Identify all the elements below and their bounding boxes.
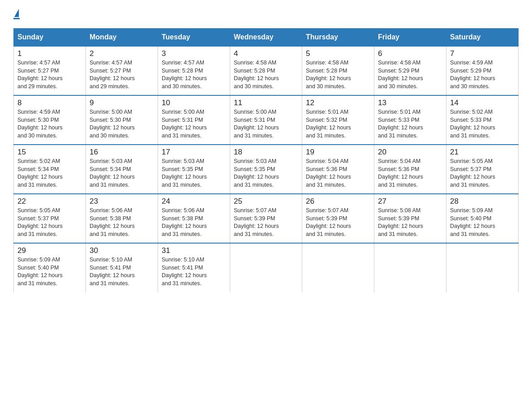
day-number: 1: [17, 49, 82, 58]
day-info: Sunrise: 5:05 AM Sunset: 5:37 PM Dayligh…: [450, 158, 515, 189]
day-cell-11: 11 Sunrise: 5:00 AM Sunset: 5:31 PM Dayl…: [230, 95, 302, 145]
day-cell-5: 5 Sunrise: 4:58 AM Sunset: 5:28 PM Dayli…: [302, 46, 374, 95]
day-cell-14: 14 Sunrise: 5:02 AM Sunset: 5:33 PM Dayl…: [446, 95, 519, 145]
day-cell-12: 12 Sunrise: 5:01 AM Sunset: 5:32 PM Dayl…: [302, 95, 374, 145]
day-info: Sunrise: 5:09 AM Sunset: 5:40 PM Dayligh…: [450, 207, 515, 238]
week-row-5: 29 Sunrise: 5:09 AM Sunset: 5:40 PM Dayl…: [14, 243, 519, 292]
day-info: Sunrise: 5:10 AM Sunset: 5:41 PM Dayligh…: [90, 256, 154, 287]
day-info: Sunrise: 4:59 AM Sunset: 5:29 PM Dayligh…: [450, 59, 515, 90]
day-number: 25: [234, 197, 298, 206]
day-cell-28: 28 Sunrise: 5:09 AM Sunset: 5:40 PM Dayl…: [446, 194, 519, 243]
day-cell-6: 6 Sunrise: 4:58 AM Sunset: 5:29 PM Dayli…: [374, 46, 446, 95]
day-number: 29: [17, 246, 82, 255]
day-info: Sunrise: 5:08 AM Sunset: 5:39 PM Dayligh…: [378, 207, 442, 238]
day-info: Sunrise: 4:57 AM Sunset: 5:27 PM Dayligh…: [90, 59, 154, 90]
day-number: 16: [90, 148, 154, 157]
day-cell-17: 17 Sunrise: 5:03 AM Sunset: 5:35 PM Dayl…: [158, 145, 230, 194]
day-info: Sunrise: 5:01 AM Sunset: 5:32 PM Dayligh…: [306, 108, 370, 140]
day-number: 10: [162, 98, 226, 107]
day-info: Sunrise: 5:07 AM Sunset: 5:39 PM Dayligh…: [306, 207, 370, 238]
header-thursday: Thursday: [302, 29, 374, 47]
day-number: 13: [378, 98, 442, 107]
day-info: Sunrise: 5:02 AM Sunset: 5:34 PM Dayligh…: [17, 158, 82, 189]
day-info: Sunrise: 5:04 AM Sunset: 5:36 PM Dayligh…: [378, 158, 442, 189]
day-number: 14: [450, 98, 515, 107]
day-info: Sunrise: 5:00 AM Sunset: 5:31 PM Dayligh…: [162, 108, 226, 140]
day-cell-18: 18 Sunrise: 5:03 AM Sunset: 5:35 PM Dayl…: [230, 145, 302, 194]
day-cell-23: 23 Sunrise: 5:06 AM Sunset: 5:38 PM Dayl…: [86, 194, 158, 243]
week-row-3: 15 Sunrise: 5:02 AM Sunset: 5:34 PM Dayl…: [14, 145, 519, 194]
day-cell-16: 16 Sunrise: 5:03 AM Sunset: 5:34 PM Dayl…: [86, 145, 158, 194]
day-cell-8: 8 Sunrise: 4:59 AM Sunset: 5:30 PM Dayli…: [14, 95, 86, 145]
header-wednesday: Wednesday: [230, 29, 302, 47]
day-cell-2: 2 Sunrise: 4:57 AM Sunset: 5:27 PM Dayli…: [86, 46, 158, 95]
day-cell-27: 27 Sunrise: 5:08 AM Sunset: 5:39 PM Dayl…: [374, 194, 446, 243]
day-number: 5: [306, 49, 370, 58]
logo-triangle-icon: [14, 9, 19, 17]
day-cell-10: 10 Sunrise: 5:00 AM Sunset: 5:31 PM Dayl…: [158, 95, 230, 145]
day-info: Sunrise: 5:06 AM Sunset: 5:38 PM Dayligh…: [90, 207, 154, 238]
day-cell-19: 19 Sunrise: 5:04 AM Sunset: 5:36 PM Dayl…: [302, 145, 374, 194]
day-number: 12: [306, 98, 370, 107]
day-number: 17: [162, 148, 226, 157]
header-saturday: Saturday: [446, 29, 519, 47]
day-cell-4: 4 Sunrise: 4:58 AM Sunset: 5:28 PM Dayli…: [230, 46, 302, 95]
day-info: Sunrise: 5:03 AM Sunset: 5:34 PM Dayligh…: [90, 158, 154, 189]
day-number: 18: [234, 148, 298, 157]
day-info: Sunrise: 4:58 AM Sunset: 5:28 PM Dayligh…: [234, 59, 298, 90]
day-number: 30: [90, 246, 154, 255]
day-number: 4: [234, 49, 298, 58]
calendar-table: SundayMondayTuesdayWednesdayThursdayFrid…: [13, 28, 519, 292]
day-info: Sunrise: 5:07 AM Sunset: 5:39 PM Dayligh…: [234, 207, 298, 238]
day-cell-20: 20 Sunrise: 5:04 AM Sunset: 5:36 PM Dayl…: [374, 145, 446, 194]
day-number: 20: [378, 148, 442, 157]
calendar-header-row: SundayMondayTuesdayWednesdayThursdayFrid…: [14, 29, 519, 47]
day-info: Sunrise: 5:01 AM Sunset: 5:33 PM Dayligh…: [378, 108, 442, 140]
day-info: Sunrise: 5:04 AM Sunset: 5:36 PM Dayligh…: [306, 158, 370, 189]
header-sunday: Sunday: [14, 29, 86, 47]
day-number: 31: [162, 246, 226, 255]
day-info: Sunrise: 4:59 AM Sunset: 5:30 PM Dayligh…: [17, 108, 82, 140]
day-number: 3: [162, 49, 226, 58]
day-number: 26: [306, 197, 370, 206]
day-number: 9: [90, 98, 154, 107]
day-info: Sunrise: 5:03 AM Sunset: 5:35 PM Dayligh…: [162, 158, 226, 189]
day-cell-1: 1 Sunrise: 4:57 AM Sunset: 5:27 PM Dayli…: [14, 46, 86, 95]
empty-cell: [230, 243, 302, 292]
day-info: Sunrise: 5:03 AM Sunset: 5:35 PM Dayligh…: [234, 158, 298, 189]
day-cell-21: 21 Sunrise: 5:05 AM Sunset: 5:37 PM Dayl…: [446, 145, 519, 194]
day-info: Sunrise: 5:00 AM Sunset: 5:31 PM Dayligh…: [234, 108, 298, 140]
empty-cell: [446, 243, 519, 292]
logo-underline: [13, 18, 20, 19]
week-row-2: 8 Sunrise: 4:59 AM Sunset: 5:30 PM Dayli…: [14, 95, 519, 145]
day-number: 23: [90, 197, 154, 206]
day-info: Sunrise: 5:09 AM Sunset: 5:40 PM Dayligh…: [17, 256, 82, 287]
day-cell-9: 9 Sunrise: 5:00 AM Sunset: 5:30 PM Dayli…: [86, 95, 158, 145]
day-info: Sunrise: 5:00 AM Sunset: 5:30 PM Dayligh…: [90, 108, 154, 140]
day-info: Sunrise: 5:06 AM Sunset: 5:38 PM Dayligh…: [162, 207, 226, 238]
day-number: 28: [450, 197, 515, 206]
day-cell-25: 25 Sunrise: 5:07 AM Sunset: 5:39 PM Dayl…: [230, 194, 302, 243]
day-cell-29: 29 Sunrise: 5:09 AM Sunset: 5:40 PM Dayl…: [14, 243, 86, 292]
day-number: 6: [378, 49, 442, 58]
header-friday: Friday: [374, 29, 446, 47]
day-number: 24: [162, 197, 226, 206]
empty-cell: [374, 243, 446, 292]
day-cell-30: 30 Sunrise: 5:10 AM Sunset: 5:41 PM Dayl…: [86, 243, 158, 292]
day-cell-13: 13 Sunrise: 5:01 AM Sunset: 5:33 PM Dayl…: [374, 95, 446, 145]
day-cell-31: 31 Sunrise: 5:10 AM Sunset: 5:41 PM Dayl…: [158, 243, 230, 292]
day-info: Sunrise: 4:58 AM Sunset: 5:28 PM Dayligh…: [306, 59, 370, 90]
day-number: 11: [234, 98, 298, 107]
week-row-1: 1 Sunrise: 4:57 AM Sunset: 5:27 PM Dayli…: [14, 46, 519, 95]
day-info: Sunrise: 5:05 AM Sunset: 5:37 PM Dayligh…: [17, 207, 82, 238]
day-cell-7: 7 Sunrise: 4:59 AM Sunset: 5:29 PM Dayli…: [446, 46, 519, 95]
day-cell-22: 22 Sunrise: 5:05 AM Sunset: 5:37 PM Dayl…: [14, 194, 86, 243]
day-info: Sunrise: 4:57 AM Sunset: 5:28 PM Dayligh…: [162, 59, 226, 90]
day-info: Sunrise: 4:58 AM Sunset: 5:29 PM Dayligh…: [378, 59, 442, 90]
day-number: 8: [17, 98, 82, 107]
page-header: [13, 9, 519, 19]
day-number: 15: [17, 148, 82, 157]
day-number: 21: [450, 148, 515, 157]
empty-cell: [302, 243, 374, 292]
day-cell-26: 26 Sunrise: 5:07 AM Sunset: 5:39 PM Dayl…: [302, 194, 374, 243]
